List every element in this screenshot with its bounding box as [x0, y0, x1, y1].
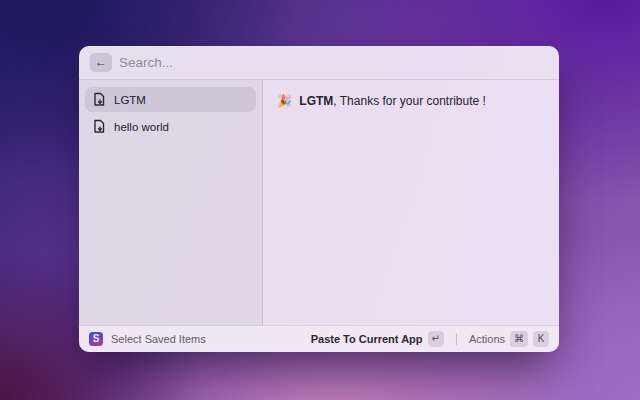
list-item-label: hello world	[114, 121, 169, 133]
list-item-label: LGTM	[114, 94, 146, 106]
saved-items-list: LGTM hello world	[79, 80, 263, 325]
snippet-document-icon	[92, 119, 106, 134]
search-input[interactable]	[119, 55, 548, 70]
list-item-hello-world[interactable]: hello world	[85, 114, 256, 139]
party-popper-emoji: 🎉	[277, 94, 292, 108]
snippet-manager-window: ← LGTM	[79, 46, 559, 352]
snippet-rest-text: , Thanks for your contribute !	[333, 94, 486, 108]
actions-menu-button[interactable]: Actions ⌘ K	[469, 331, 549, 347]
paste-action-label: Paste To Current App	[311, 333, 423, 345]
app-logo-icon: S	[89, 332, 103, 346]
snippet-highlight-text: LGTM	[299, 94, 333, 108]
actions-label: Actions	[469, 333, 505, 345]
snippet-preview-pane: 🎉 LGTM, Thanks for your contribute !	[263, 80, 559, 325]
paste-to-current-app-button[interactable]: Paste To Current App ↵	[311, 331, 444, 347]
snippet-document-icon	[92, 92, 106, 107]
back-button[interactable]: ←	[90, 53, 112, 72]
k-key-icon: K	[533, 331, 549, 347]
footer-status-label: Select Saved Items	[111, 333, 206, 345]
list-item-lgtm[interactable]: LGTM	[85, 87, 256, 112]
footer-bar: S Select Saved Items Paste To Current Ap…	[79, 325, 559, 352]
enter-key-icon: ↵	[428, 331, 444, 347]
search-bar: ←	[79, 46, 559, 80]
footer-divider	[456, 333, 457, 345]
snippet-content: 🎉 LGTM, Thanks for your contribute !	[277, 93, 545, 109]
command-key-icon: ⌘	[510, 331, 528, 347]
